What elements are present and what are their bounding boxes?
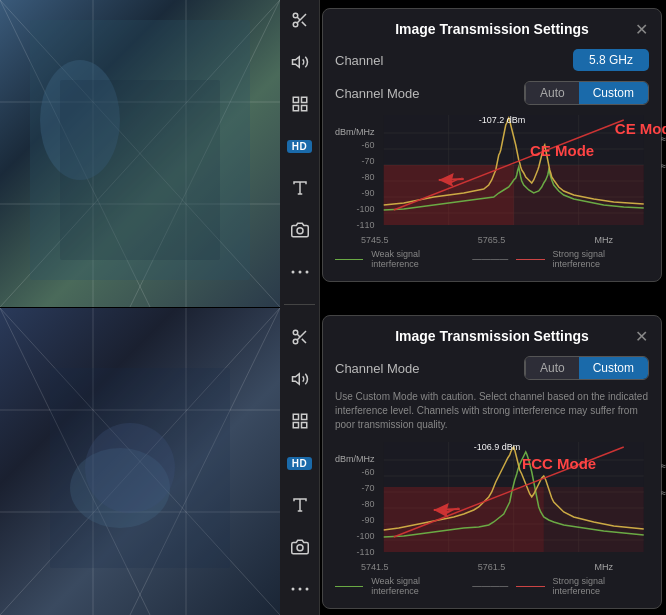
chart-legend-top: Weak signal interference ———— Strong sig… — [335, 249, 649, 269]
svg-rect-31 — [293, 106, 298, 111]
svg-rect-44 — [293, 414, 298, 419]
svg-point-53 — [305, 588, 308, 591]
camera-icon-top[interactable] — [285, 218, 315, 242]
auto-button-top[interactable]: Auto — [525, 82, 579, 104]
spectrum-chart-top: -107.2 dBm — [378, 115, 649, 225]
svg-point-38 — [293, 330, 298, 335]
channel-value: 5.8 GHz — [573, 49, 649, 71]
x-tick2-bottom: 5761.5 — [478, 562, 506, 572]
legend-line-strong-bottom — [516, 586, 544, 587]
svg-rect-8 — [30, 20, 250, 280]
svg-point-23 — [293, 22, 298, 27]
channel-mode-buttons-top: Auto Custom — [524, 81, 649, 105]
svg-point-34 — [297, 228, 303, 234]
svg-line-5 — [0, 0, 280, 307]
svg-line-42 — [297, 334, 300, 337]
scissors-icon[interactable] — [285, 8, 315, 32]
hd-badge-top[interactable]: HD — [285, 134, 315, 158]
chart-area-bottom: dBm/MHz -60 -70 -80 -90 -100 -110 — [335, 442, 649, 572]
svg-point-9 — [40, 60, 120, 180]
chart-legend-bottom: Weak signal interference ———— Strong sig… — [335, 576, 649, 596]
scissors-icon-2[interactable] — [285, 325, 315, 349]
svg-point-21 — [85, 423, 175, 513]
more-icon-top[interactable] — [285, 260, 315, 284]
bottom-panel-close[interactable]: ✕ — [631, 326, 651, 346]
hd-badge-bottom[interactable]: HD — [285, 451, 315, 475]
svg-line-84 — [433, 509, 459, 510]
svg-marker-43 — [292, 374, 299, 385]
svg-line-17 — [0, 308, 150, 615]
svg-point-36 — [298, 271, 301, 274]
svg-text:-107.2 dBm: -107.2 dBm — [478, 115, 525, 125]
x-tick2-top: 5765.5 — [478, 235, 506, 245]
svg-line-6 — [0, 0, 150, 307]
legend-line-weak-bottom — [335, 586, 363, 587]
channel-mode-buttons-bottom: Auto Custom — [524, 356, 649, 380]
svg-line-7 — [130, 0, 280, 307]
svg-rect-30 — [301, 106, 306, 111]
svg-rect-28 — [293, 97, 298, 102]
svg-rect-47 — [293, 423, 298, 428]
auto-button-bottom[interactable]: Auto — [525, 357, 579, 379]
top-panel-close[interactable]: ✕ — [631, 19, 651, 39]
bottom-panel: Image Transmission Settings ✕ Channel Mo… — [322, 315, 662, 609]
font-icon-top[interactable] — [285, 176, 315, 200]
bottom-panel-title: Image Transmission Settings — [335, 328, 649, 344]
svg-point-39 — [293, 339, 298, 344]
channel-mode-row-bottom: Channel Mode Auto Custom — [335, 356, 649, 380]
legend-weak-top: Weak signal interference — [371, 249, 464, 269]
svg-rect-45 — [301, 414, 306, 419]
channel-mode-label-top: Channel Mode — [335, 86, 420, 101]
sidebar: HD — [280, 0, 320, 615]
custom-button-top[interactable]: Custom — [579, 82, 648, 104]
chart-area-top: dBm/MHz -60 -70 -80 -90 -100 -110 — [335, 115, 649, 245]
svg-rect-46 — [301, 423, 306, 428]
svg-rect-81 — [383, 487, 543, 552]
custom-button-bottom[interactable]: Custom — [579, 357, 648, 379]
x-unit-top: MHz — [595, 235, 614, 245]
channel-label: Channel — [335, 53, 383, 68]
svg-marker-27 — [292, 57, 299, 68]
legend-line-weak-top — [335, 259, 363, 260]
svg-line-41 — [301, 339, 305, 343]
svg-rect-20 — [50, 368, 230, 568]
legend-weak-bottom: Weak signal interference — [371, 576, 464, 596]
sidebar-divider — [284, 304, 315, 305]
channel-mode-label-bottom: Channel Mode — [335, 361, 420, 376]
dist1-bottom: ≈1km — [661, 462, 666, 471]
legend-line-strong-top — [516, 259, 544, 260]
font-icon-bottom[interactable] — [285, 493, 315, 517]
svg-point-37 — [305, 271, 308, 274]
top-panel: Image Transmission Settings ✕ Channel 5.… — [322, 8, 662, 282]
svg-rect-10 — [60, 80, 220, 260]
svg-line-26 — [297, 17, 300, 20]
speaker-icon[interactable] — [285, 50, 315, 74]
channel-mode-row-top: Channel Mode Auto Custom — [335, 81, 649, 105]
camera-icon-bottom[interactable] — [285, 535, 315, 559]
svg-line-25 — [301, 22, 305, 26]
camera-preview-bottom — [0, 308, 280, 615]
y-label-bottom: dBm/MHz — [335, 454, 375, 464]
svg-point-35 — [291, 271, 294, 274]
spectrum-chart-bottom: -106.9 dBm — [378, 442, 649, 552]
svg-line-15 — [0, 308, 280, 615]
svg-line-68 — [438, 179, 463, 180]
svg-text:-106.9 dBm: -106.9 dBm — [473, 442, 520, 452]
speaker-icon-2[interactable] — [285, 367, 315, 391]
top-panel-title: Image Transmission Settings — [335, 21, 649, 37]
more-icon-bottom[interactable] — [285, 577, 315, 601]
y-label-top: dBm/MHz — [335, 127, 375, 137]
svg-rect-29 — [301, 97, 306, 102]
svg-point-19 — [70, 448, 170, 528]
camera-preview-top — [0, 0, 280, 307]
svg-line-16 — [0, 308, 280, 615]
dist2-bottom: ≈4km — [661, 489, 666, 498]
channel-row: Channel 5.8 GHz — [335, 49, 649, 71]
grid-icon[interactable] — [285, 92, 315, 116]
svg-line-4 — [0, 0, 280, 307]
grid-icon-2[interactable] — [285, 409, 315, 433]
legend-strong-top: Strong signal interference — [553, 249, 650, 269]
svg-point-51 — [291, 588, 294, 591]
x-tick1-top: 5745.5 — [361, 235, 389, 245]
mode-label-top: CE Mode — [615, 120, 666, 137]
